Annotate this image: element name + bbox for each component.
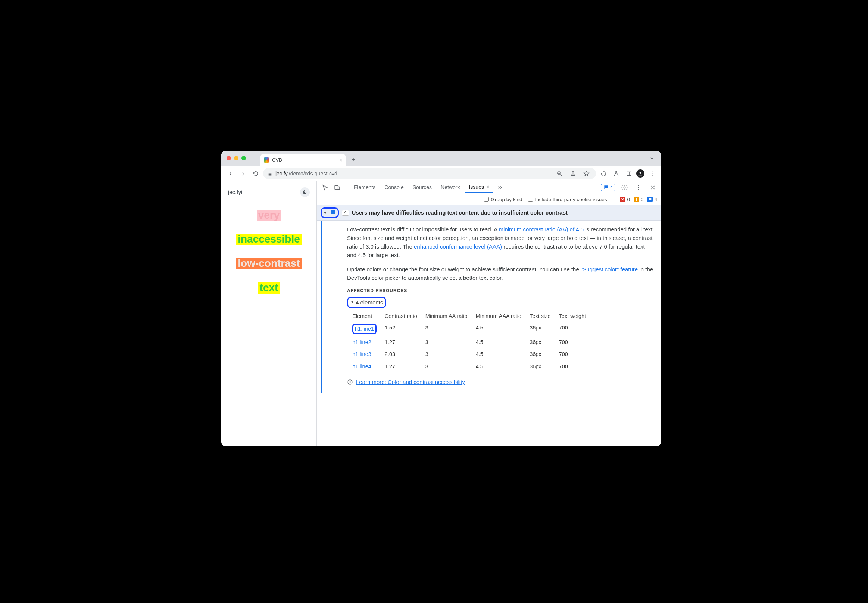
- window-controls: [226, 156, 246, 161]
- nav-back-button[interactable]: [225, 168, 235, 179]
- svg-rect-6: [335, 186, 338, 189]
- learn-more-row: Learn more: Color and contrast accessibi…: [347, 377, 654, 386]
- nav-forward-button[interactable]: [238, 168, 248, 179]
- disclosure-triangle-icon: ▼: [350, 299, 354, 305]
- issue-body: Low-contrast text is difficult or imposs…: [321, 221, 661, 393]
- new-tab-button[interactable]: +: [348, 155, 359, 165]
- element-link[interactable]: h1.line4: [352, 363, 371, 370]
- table-row: h1.line4 1.27 3 4.5 36px 700: [352, 360, 594, 373]
- col-element: Element: [352, 311, 385, 322]
- devtools-panel: Elements Console Sources Network Issues×…: [317, 181, 661, 446]
- page-header: jec.fyi: [225, 187, 313, 197]
- learn-more-link[interactable]: Learn more: Color and contrast accessibi…: [356, 377, 465, 386]
- svg-point-4: [651, 173, 652, 174]
- share-icon[interactable]: [568, 168, 578, 179]
- link-enhanced-aaa[interactable]: enhanced conformance level (AAA): [414, 243, 502, 250]
- group-by-kind-label: Group by kind: [491, 196, 523, 202]
- tab-close-icon[interactable]: ×: [339, 157, 342, 163]
- page-viewport: jec.fyi very inaccessible low-contrast t…: [221, 181, 317, 446]
- issue-message-icon: [330, 209, 336, 216]
- sample-word-1: very: [257, 210, 282, 221]
- svg-point-5: [651, 175, 652, 176]
- window-minimize[interactable]: [234, 156, 238, 161]
- svg-rect-1: [627, 172, 631, 175]
- link-suggest-color[interactable]: "Suggest color" feature: [581, 266, 638, 272]
- device-toolbar-icon[interactable]: [332, 182, 342, 193]
- include-3p-cookies-checkbox[interactable]: Include third-party cookie issues: [528, 196, 607, 202]
- svg-point-2: [640, 172, 642, 173]
- devtools-close-icon[interactable]: [647, 182, 658, 193]
- element-link[interactable]: h1.line1: [355, 326, 374, 332]
- window-maximize[interactable]: [241, 156, 246, 161]
- inspect-element-icon[interactable]: [320, 182, 330, 193]
- side-panel-icon[interactable]: [624, 168, 634, 179]
- link-min-contrast-aa[interactable]: minimum contrast ratio (AA) of 4.5: [499, 226, 584, 232]
- url-text: jec.fyi/demo/cds-quest-cvd: [275, 170, 337, 176]
- col-weight: Text weight: [559, 311, 594, 322]
- tab-issues-label: Issues: [469, 184, 484, 190]
- more-tabs-chevron-icon[interactable]: [494, 182, 505, 193]
- info-pill-icon: [647, 196, 653, 202]
- sample-word-4: text: [258, 282, 280, 294]
- zoom-icon[interactable]: [554, 168, 565, 179]
- warning-pill-icon: !: [634, 196, 639, 202]
- tab-sources[interactable]: Sources: [409, 182, 435, 193]
- bookmark-star-icon[interactable]: [581, 168, 591, 179]
- tab-issues[interactable]: Issues×: [465, 182, 493, 193]
- svg-point-11: [638, 189, 639, 190]
- issue-paragraph-1: Low-contrast text is difficult or imposs…: [347, 225, 654, 260]
- profile-avatar-icon[interactable]: [636, 169, 644, 178]
- browser-menu-icon[interactable]: [647, 168, 657, 179]
- col-min-aaa: Minimum AAA ratio: [476, 311, 530, 322]
- lock-icon: [268, 171, 272, 176]
- browser-tab[interactable]: CVD ×: [260, 154, 346, 166]
- issues-list: ▼ 4 Users may have difficulties reading …: [317, 205, 661, 446]
- group-by-kind-checkbox[interactable]: Group by kind: [484, 196, 523, 202]
- tab-issues-close-icon[interactable]: ×: [486, 184, 489, 190]
- affected-elements-table: Element Contrast ratio Minimum AA ratio …: [352, 311, 594, 373]
- elements-summary-text: 4 elements: [356, 298, 383, 307]
- tabs-menu-chevron-icon[interactable]: [649, 155, 655, 161]
- issue-count-badge: 4: [342, 210, 349, 216]
- devtools-menu-icon[interactable]: [633, 182, 644, 193]
- site-label: jec.fyi: [228, 189, 242, 195]
- col-contrast: Contrast ratio: [385, 311, 425, 322]
- tab-console[interactable]: Console: [381, 182, 407, 193]
- element-link[interactable]: h1.line3: [352, 351, 371, 357]
- svg-point-3: [651, 171, 652, 172]
- col-size: Text size: [529, 311, 559, 322]
- nav-reload-button[interactable]: [251, 168, 261, 179]
- issue-header[interactable]: ▼ 4 Users may have difficulties reading …: [317, 205, 661, 221]
- tab-strip: CVD × +: [221, 151, 661, 166]
- include-3p-label: Include third-party cookie issues: [535, 196, 607, 202]
- extensions-icon[interactable]: [598, 168, 609, 179]
- issues-chip[interactable]: 4: [601, 184, 615, 191]
- tab-elements[interactable]: Elements: [350, 182, 379, 193]
- svg-rect-7: [338, 187, 340, 189]
- dark-mode-toggle[interactable]: [300, 187, 310, 197]
- table-row: h1.line1 1.52 3 4.5 36px 700: [352, 322, 594, 336]
- error-pill-icon: ✕: [620, 196, 625, 202]
- issue-counters: ✕0 !0 4: [616, 196, 657, 202]
- omnibox[interactable]: jec.fyi/demo/cds-quest-cvd: [263, 168, 596, 179]
- favicon-icon: [264, 158, 269, 163]
- affected-resources-label: AFFECTED RESOURCES: [347, 287, 654, 294]
- issues-subbar: Group by kind Include third-party cookie…: [317, 194, 661, 205]
- window-close[interactable]: [226, 156, 231, 161]
- arrow-right-circle-icon: [347, 379, 353, 385]
- devtools-tabstrip: Elements Console Sources Network Issues×…: [317, 181, 661, 194]
- table-row: h1.line3 2.03 3 4.5 36px 700: [352, 348, 594, 360]
- sample-word-3: low-contrast: [236, 258, 301, 269]
- element-link[interactable]: h1.line2: [352, 339, 371, 345]
- col-min-aa: Minimum AA ratio: [425, 311, 476, 322]
- elements-summary-highlight[interactable]: ▼ 4 elements: [347, 297, 386, 308]
- disclosure-triangle-icon[interactable]: ▼: [323, 210, 327, 215]
- settings-gear-icon[interactable]: [619, 182, 630, 193]
- tab-title: CVD: [272, 157, 282, 163]
- labs-flask-icon[interactable]: [611, 168, 621, 179]
- browser-window: CVD × + jec.fyi/demo/cds-quest-cvd: [221, 151, 661, 446]
- info-count: 4: [654, 196, 657, 202]
- svg-point-12: [348, 380, 352, 384]
- svg-point-8: [624, 187, 625, 188]
- tab-network[interactable]: Network: [437, 182, 464, 193]
